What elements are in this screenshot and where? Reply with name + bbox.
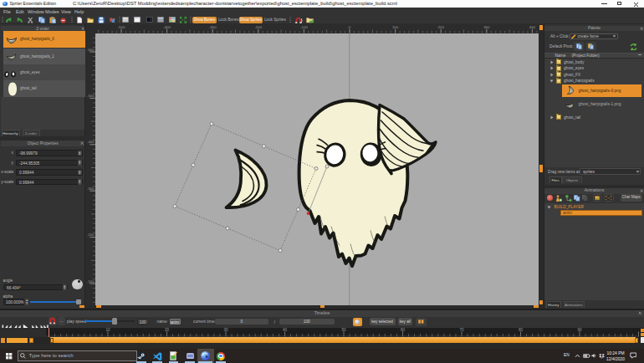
svg-text:0: 0 xyxy=(349,25,351,29)
svg-text:50: 50 xyxy=(341,328,346,332)
svg-text:-300: -300 xyxy=(209,25,217,29)
svg-text:-100: -100 xyxy=(300,25,308,29)
svg-text:60: 60 xyxy=(401,328,406,332)
svg-text:-400: -400 xyxy=(87,140,95,144)
svg-text:-200: -200 xyxy=(254,25,262,29)
svg-text:300: 300 xyxy=(483,25,490,29)
svg-text:-500: -500 xyxy=(118,25,125,29)
svg-text:90: 90 xyxy=(577,328,582,332)
svg-text:200: 200 xyxy=(438,25,445,29)
svg-text:100: 100 xyxy=(392,25,399,29)
svg-text:-200: -200 xyxy=(87,233,95,237)
svg-text:40: 40 xyxy=(283,328,288,332)
svg-text:-400: -400 xyxy=(163,25,171,29)
svg-text:-300: -300 xyxy=(87,187,95,191)
svg-text:10: 10 xyxy=(105,328,110,332)
svg-text:-600: -600 xyxy=(87,48,95,52)
svg-text:20: 20 xyxy=(165,328,170,332)
svg-text:400: 400 xyxy=(529,25,536,29)
svg-text:70: 70 xyxy=(459,328,464,332)
svg-text:30: 30 xyxy=(223,328,228,332)
svg-text:-500: -500 xyxy=(87,94,95,98)
svg-text:-100: -100 xyxy=(87,279,95,284)
svg-text:80: 80 xyxy=(519,328,524,332)
